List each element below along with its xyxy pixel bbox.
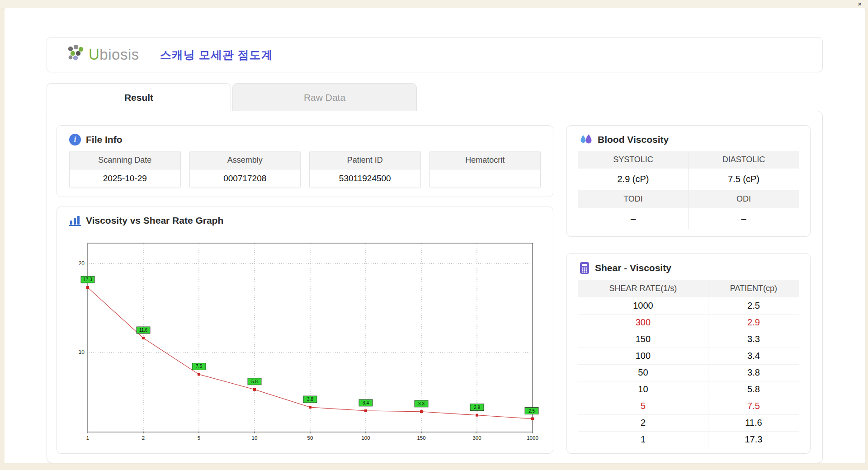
odi-header: ODI [689, 190, 799, 208]
logo-text: Ubiosis [89, 46, 139, 63]
window-close-button[interactable]: × [858, 0, 862, 7]
file-info-title: File Info [86, 134, 123, 145]
viscosity-graph-card: Viscosity vs Shear Rate Graph 1020125105… [57, 207, 553, 454]
patient-cell: 3.8 [708, 364, 799, 381]
file-info-field: Assembly000717208 [189, 151, 301, 188]
file-info-fields: Scanning Date2025-10-29Assembly000717208… [57, 151, 553, 188]
file-info-field: Hematocrit [429, 151, 541, 188]
shear-viscosity-row: 3002.9 [578, 314, 799, 331]
header-card: Ubiosis 스캐닝 모세관 점도계 [47, 37, 823, 72]
shear-viscosity-row: 57.5 [578, 398, 799, 414]
shear-rate-cell: 1 [578, 431, 708, 448]
graph-title: Viscosity vs Shear Rate Graph [86, 215, 223, 226]
patient-cell: 2.9 [708, 314, 799, 331]
file-info-field-label: Hematocrit [430, 151, 541, 169]
svg-text:3.8: 3.8 [307, 397, 313, 402]
svg-text:3.4: 3.4 [363, 400, 369, 405]
svg-text:10: 10 [252, 435, 258, 441]
app-window: Ubiosis 스캐닝 모세관 점도계 Result Raw Data i Fi… [5, 8, 865, 463]
svg-text:1000: 1000 [527, 435, 538, 441]
file-info-field-value: 2025-10-29 [70, 169, 180, 188]
shear-viscosity-row: 211.6 [578, 414, 799, 431]
file-info-field-label: Assembly [190, 151, 301, 169]
svg-text:5: 5 [198, 435, 200, 441]
tab-raw-data[interactable]: Raw Data [232, 83, 417, 111]
todi-value: – [578, 208, 689, 230]
patient-column-header: PATIENT(cp) [708, 280, 799, 297]
svg-text:3.3: 3.3 [418, 401, 425, 406]
file-info-card: i File Info Scanning Date2025-10-29Assem… [57, 125, 553, 197]
svg-text:300: 300 [472, 435, 481, 441]
file-info-header: i File Info [57, 126, 553, 151]
svg-text:5.8: 5.8 [251, 379, 258, 384]
shear-rate-cell: 5 [578, 398, 708, 414]
file-info-field-label: Patient ID [310, 151, 420, 169]
blood-viscosity-title: Blood Viscosity [598, 134, 669, 145]
shear-viscosity-table: SHEAR RATE(1/s) PATIENT(cp) 10002.53002.… [578, 280, 799, 448]
shear-viscosity-row: 1003.4 [578, 348, 799, 364]
shear-viscosity-row: 105.8 [578, 381, 799, 398]
logo-grapes-icon [65, 44, 86, 65]
svg-text:2.5: 2.5 [528, 409, 535, 414]
systolic-value: 2.9 (cP) [578, 169, 689, 190]
calculator-icon [579, 262, 590, 274]
ubiosis-logo: Ubiosis [65, 44, 139, 65]
patient-cell: 3.4 [708, 348, 799, 364]
patient-cell: 3.3 [708, 331, 799, 348]
svg-text:11.6: 11.6 [139, 328, 148, 333]
svg-text:7.5: 7.5 [196, 364, 202, 369]
todi-header: TODI [578, 190, 689, 208]
file-info-field: Patient ID53011924500 [309, 151, 421, 188]
diastolic-header: DIASTOLIC [689, 151, 799, 169]
svg-text:17.3: 17.3 [83, 277, 92, 282]
shear-rate-column-header: SHEAR RATE(1/s) [578, 280, 708, 297]
file-info-field: Scanning Date2025-10-29 [69, 151, 181, 188]
patient-cell: 11.6 [708, 414, 799, 431]
svg-text:50: 50 [307, 435, 313, 441]
shear-viscosity-card: Shear - Viscosity SHEAR RATE(1/s) PATIEN… [566, 253, 811, 454]
viscosity-chart-svg: 10201251050100150300100017.311.67.55.83.… [70, 234, 540, 446]
systolic-header: SYSTOLIC [578, 151, 689, 169]
tab-result[interactable]: Result [47, 83, 231, 111]
svg-text:2.9: 2.9 [474, 405, 480, 410]
shear-rate-cell: 10 [578, 381, 708, 398]
patient-cell: 17.3 [708, 431, 799, 448]
odi-value: – [689, 208, 799, 230]
svg-text:20: 20 [79, 260, 85, 267]
file-info-field-value: 000717208 [190, 169, 301, 188]
left-column: i File Info Scanning Date2025-10-29Assem… [57, 125, 553, 454]
shear-viscosity-row: 1503.3 [578, 331, 799, 348]
shear-viscosity-header: Shear - Viscosity [567, 254, 810, 280]
svg-text:2: 2 [142, 435, 145, 441]
blood-viscosity-grid: SYSTOLIC DIASTOLIC 2.9 (cP) 7.5 (cP) TOD… [567, 151, 810, 230]
info-icon: i [69, 134, 81, 146]
svg-text:150: 150 [417, 435, 425, 441]
right-column: Blood Viscosity SYSTOLIC DIASTOLIC 2.9 (… [566, 125, 811, 454]
graph-header: Viscosity vs Shear Rate Graph [57, 207, 553, 231]
shear-rate-cell: 1000 [578, 297, 708, 314]
shear-rate-cell: 2 [578, 414, 708, 431]
droplets-icon [579, 134, 593, 146]
app-title: 스캐닝 모세관 점도계 [160, 47, 273, 62]
logo-letter-u: U [89, 46, 99, 63]
shear-viscosity-row: 10002.5 [578, 297, 799, 314]
bar-chart-icon [69, 215, 81, 226]
blood-viscosity-header: Blood Viscosity [567, 126, 810, 151]
window-titlebar: × [0, 0, 868, 8]
svg-text:10: 10 [79, 349, 85, 355]
file-info-field-value [430, 169, 541, 188]
shear-rate-cell: 150 [578, 331, 708, 348]
tab-bar: Result Raw Data [47, 83, 417, 111]
shear-rate-cell: 50 [578, 364, 708, 381]
diastolic-value: 7.5 (cP) [689, 169, 799, 190]
svg-text:1: 1 [86, 435, 89, 441]
svg-text:100: 100 [361, 435, 370, 441]
blood-viscosity-card: Blood Viscosity SYSTOLIC DIASTOLIC 2.9 (… [566, 125, 811, 237]
shear-viscosity-title: Shear - Viscosity [595, 263, 671, 273]
shear-rate-cell: 100 [578, 348, 708, 364]
viscosity-chart: 10201251050100150300100017.311.67.55.83.… [57, 231, 553, 448]
patient-cell: 2.5 [708, 297, 799, 314]
shear-viscosity-header-row: SHEAR RATE(1/s) PATIENT(cp) [578, 280, 799, 297]
shear-viscosity-row: 503.8 [578, 364, 799, 381]
patient-cell: 7.5 [708, 398, 799, 414]
